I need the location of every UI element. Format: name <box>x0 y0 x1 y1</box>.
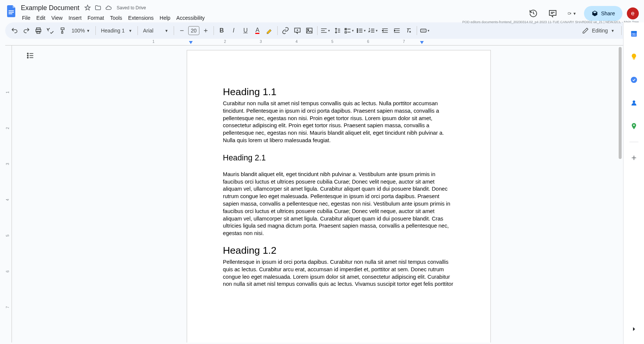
zoom-select[interactable]: 100%▼ <box>69 26 93 35</box>
insert-link-button[interactable] <box>280 25 291 36</box>
highlight-button[interactable] <box>264 25 275 36</box>
menu-extensions[interactable]: Extensions <box>126 13 156 22</box>
calendar-icon[interactable]: 31 <box>626 26 641 41</box>
indent-marker-right[interactable] <box>420 41 424 45</box>
history-icon[interactable] <box>526 6 541 21</box>
add-addon-icon[interactable] <box>626 150 641 165</box>
paint-format-button[interactable] <box>57 25 68 36</box>
line-spacing-button[interactable] <box>332 25 343 36</box>
user-avatar[interactable]: e <box>627 7 639 19</box>
tasks-icon[interactable] <box>626 72 641 87</box>
indent-decrease-button[interactable] <box>379 25 391 36</box>
chevron-down-icon: ▼ <box>427 29 430 32</box>
svg-text:31: 31 <box>632 32 636 36</box>
font-select[interactable]: Arial▼ <box>140 26 171 35</box>
debug-info: POD editors documents-frontend_20230314.… <box>463 20 639 24</box>
chevron-down-icon: ▼ <box>86 29 90 33</box>
vertical-ruler[interactable]: 1 2 3 4 5 6 7 <box>5 46 12 343</box>
svg-point-17 <box>27 57 28 58</box>
indent-marker-left[interactable] <box>189 41 193 45</box>
chevron-down-icon: ▼ <box>375 29 378 32</box>
menu-insert[interactable]: Insert <box>66 13 84 22</box>
menu-format[interactable]: Format <box>85 13 107 22</box>
maps-icon[interactable] <box>626 119 641 134</box>
checklist-button[interactable]: ▼ <box>344 25 355 36</box>
chevron-down-icon: ▼ <box>328 29 331 32</box>
svg-rect-21 <box>633 59 635 60</box>
ruler-number: 3 <box>260 40 262 44</box>
clear-formatting-button[interactable] <box>403 25 414 36</box>
contacts-icon[interactable] <box>626 96 641 110</box>
chevron-down-icon: ▼ <box>363 29 366 32</box>
text-color-button[interactable]: A <box>252 25 263 36</box>
svg-point-15 <box>27 53 28 54</box>
editing-mode-select[interactable]: Editing ▼ <box>578 26 619 35</box>
star-icon[interactable] <box>84 4 91 12</box>
input-tools-button[interactable]: ▼ <box>419 25 430 36</box>
document-title[interactable]: Example Document <box>19 3 81 13</box>
body-paragraph[interactable]: Curabitur non nulla sit amet nisl tempus… <box>223 100 455 144</box>
ruler-number: 6 <box>367 40 369 44</box>
indent-increase-button[interactable] <box>391 25 402 36</box>
undo-button[interactable] <box>9 25 20 36</box>
keep-icon[interactable] <box>626 49 641 64</box>
print-button[interactable] <box>33 25 44 36</box>
font-size-increase[interactable] <box>200 25 211 36</box>
heading-2[interactable]: Heading 2.1 <box>223 153 455 163</box>
svg-point-11 <box>357 29 358 30</box>
toolbar: 100%▼ Heading 1▼ Arial▼ B I U A ▼ ▼ ▼ ▼ … <box>5 22 639 39</box>
share-label: Share <box>601 10 615 16</box>
align-button[interactable]: ▼ <box>320 25 331 36</box>
body-paragraph[interactable]: Mauris blandit aliquet elit, eget tincid… <box>223 171 455 237</box>
svg-rect-2 <box>9 13 12 14</box>
svg-rect-8 <box>306 28 312 33</box>
spellcheck-button[interactable] <box>45 25 56 36</box>
svg-point-9 <box>307 29 309 30</box>
move-icon[interactable] <box>94 4 102 12</box>
docs-logo[interactable] <box>4 4 18 18</box>
body-paragraph[interactable]: Pellentesque in ipsum id orci porta dapi… <box>223 259 455 288</box>
menu-accessibility[interactable]: Accessibility <box>174 13 207 22</box>
svg-point-23 <box>632 100 635 103</box>
cloud-saved-icon[interactable] <box>105 4 112 12</box>
hide-side-panel-icon[interactable] <box>626 322 641 337</box>
svg-point-16 <box>27 55 28 56</box>
menu-file[interactable]: File <box>19 13 33 22</box>
italic-button[interactable]: I <box>228 25 239 36</box>
menu-view[interactable]: View <box>49 13 65 22</box>
horizontal-ruler[interactable]: 1 2 3 4 5 6 7 <box>5 39 639 46</box>
svg-point-12 <box>357 30 358 31</box>
numbered-list-button[interactable]: ▼ <box>367 25 379 36</box>
svg-rect-3 <box>568 12 570 14</box>
svg-rect-1 <box>9 12 14 13</box>
meet-button[interactable]: ▼ <box>565 6 580 21</box>
chevron-down-icon: ▼ <box>129 29 132 33</box>
heading-1[interactable]: Heading 1.2 <box>223 245 455 256</box>
font-size-input[interactable] <box>188 26 199 35</box>
chevron-down-icon: ▼ <box>351 29 354 32</box>
document-scroll-area[interactable]: Heading 1.1 Curabitur non nulla sit amet… <box>34 46 644 343</box>
page[interactable]: Heading 1.1 Curabitur non nulla sit amet… <box>187 50 491 343</box>
share-button[interactable]: Share <box>584 6 622 21</box>
redo-button[interactable] <box>21 25 32 36</box>
heading-1[interactable]: Heading 1.1 <box>223 86 455 98</box>
chevron-down-icon: ▼ <box>573 12 577 16</box>
ruler-number: 7 <box>403 40 405 44</box>
svg-point-24 <box>633 124 634 126</box>
underline-button[interactable]: U <box>240 25 251 36</box>
style-value: Heading 1 <box>101 28 125 34</box>
chevron-down-icon: ▼ <box>165 29 168 33</box>
insert-comment-button[interactable] <box>292 25 303 36</box>
menu-tools[interactable]: Tools <box>107 13 125 22</box>
font-size-decrease[interactable] <box>176 25 187 36</box>
editing-mode-label: Editing <box>592 28 608 34</box>
comments-icon[interactable] <box>545 6 560 21</box>
scrollbar[interactable] <box>619 47 622 344</box>
svg-rect-0 <box>9 10 14 11</box>
menu-help[interactable]: Help <box>157 13 173 22</box>
bullet-list-button[interactable]: ▼ <box>356 25 367 36</box>
bold-button[interactable]: B <box>216 25 227 36</box>
paragraph-style-select[interactable]: Heading 1▼ <box>98 26 135 35</box>
insert-image-button[interactable] <box>304 25 315 36</box>
menu-edit[interactable]: Edit <box>34 13 48 22</box>
